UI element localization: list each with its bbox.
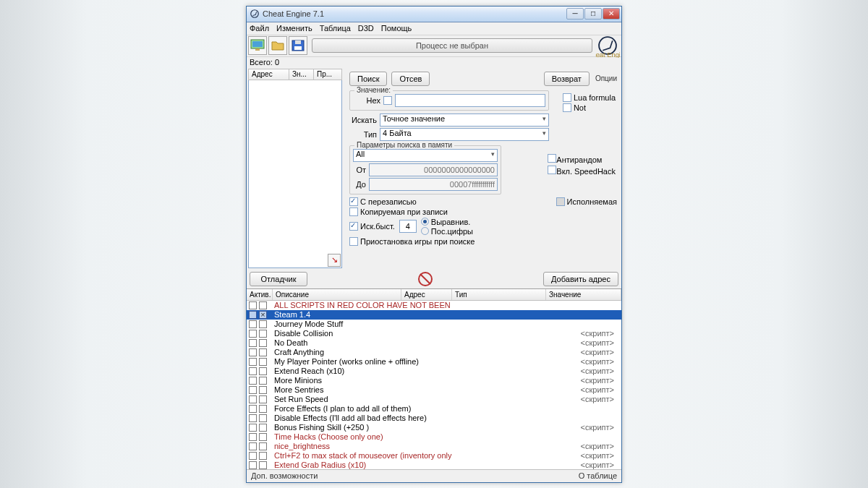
active-checkbox[interactable] — [249, 301, 257, 309]
table-row[interactable]: Steam 1.4 — [247, 310, 621, 320]
active-checkbox[interactable] — [249, 339, 257, 347]
th-desc[interactable]: Описание — [273, 289, 401, 300]
active-checkbox[interactable] — [249, 433, 257, 441]
active-checkbox[interactable] — [259, 320, 267, 328]
add-to-table-button[interactable]: ↘ — [328, 254, 341, 267]
status-left[interactable]: Доп. возможности — [251, 471, 318, 480]
antirandom-checkbox[interactable] — [548, 154, 556, 163]
active-checkbox[interactable] — [249, 442, 257, 450]
active-checkbox[interactable] — [259, 348, 267, 356]
save-button[interactable] — [289, 36, 307, 55]
executable-checkbox[interactable] — [556, 197, 565, 206]
menu-file[interactable]: Файл — [250, 24, 269, 33]
th-addr[interactable]: Адрес — [401, 289, 452, 300]
table-row[interactable]: Journey Mode Stuff — [247, 320, 621, 329]
scan-type-select[interactable]: Точное значение — [380, 114, 549, 127]
status-right[interactable]: О таблице — [579, 471, 617, 480]
open-file-button[interactable] — [268, 36, 287, 55]
undo-scan-button[interactable]: Возврат — [544, 72, 590, 86]
table-row[interactable]: No Death<скрипт> — [247, 338, 621, 348]
table-row[interactable]: Disable Collision<скрипт> — [247, 329, 621, 338]
menu-d3d[interactable]: D3D — [358, 24, 374, 33]
fastscan-value[interactable] — [399, 220, 417, 233]
menu-help[interactable]: Помощь — [381, 24, 412, 33]
active-checkbox[interactable] — [249, 395, 257, 403]
active-checkbox[interactable] — [249, 461, 257, 469]
active-checkbox[interactable] — [259, 433, 267, 441]
active-checkbox[interactable] — [249, 424, 257, 432]
col-value[interactable]: Зн... — [289, 69, 314, 80]
active-checkbox[interactable] — [249, 330, 257, 338]
active-checkbox[interactable] — [249, 377, 257, 385]
menu-edit[interactable]: Изменить — [276, 24, 312, 33]
found-list[interactable] — [248, 80, 342, 268]
col-prev[interactable]: Пр... — [314, 69, 339, 80]
value-type-select[interactable]: 4 Байта — [380, 128, 549, 141]
cow-checkbox[interactable] — [349, 207, 358, 216]
active-checkbox[interactable] — [249, 311, 257, 319]
value-input[interactable] — [395, 94, 545, 107]
active-checkbox[interactable] — [249, 358, 257, 366]
table-row[interactable]: Ctrl+F2 to max stack of mouseover (inven… — [247, 451, 621, 461]
active-checkbox[interactable] — [259, 424, 267, 432]
table-row[interactable]: My Player Pointer (works online + offlin… — [247, 357, 621, 367]
active-checkbox[interactable] — [249, 348, 257, 356]
active-checkbox[interactable] — [259, 358, 267, 366]
to-input[interactable] — [369, 178, 498, 191]
active-checkbox[interactable] — [259, 414, 267, 422]
debugger-button[interactable]: Отладчик — [250, 272, 307, 286]
active-checkbox[interactable] — [259, 311, 267, 319]
active-checkbox[interactable] — [259, 452, 267, 460]
active-checkbox[interactable] — [259, 405, 267, 413]
mem-region-select[interactable]: All — [353, 149, 498, 162]
active-checkbox[interactable] — [249, 414, 257, 422]
table-row[interactable]: Craft Anything<скрипт> — [247, 348, 621, 357]
process-bar[interactable]: Процесс не выбран — [312, 38, 592, 53]
not-checkbox[interactable] — [563, 103, 571, 112]
table-row[interactable]: nice_brightness<скрипт> — [247, 442, 621, 451]
close-button[interactable]: ✕ — [603, 8, 620, 20]
active-checkbox[interactable] — [259, 367, 267, 375]
th-active[interactable]: Актив. — [247, 289, 273, 300]
maximize-button[interactable]: □ — [584, 8, 602, 20]
col-address[interactable]: Адрес — [249, 69, 289, 80]
options-label[interactable]: Опции — [595, 74, 617, 82]
active-checkbox[interactable] — [249, 386, 257, 394]
active-checkbox[interactable] — [249, 367, 257, 375]
table-row[interactable]: Time Hacks (Choose only one) — [247, 432, 621, 442]
table-row[interactable]: Disable Effects (I'll add all bad effect… — [247, 414, 621, 423]
active-checkbox[interactable] — [259, 395, 267, 403]
speedhack-checkbox[interactable] — [548, 166, 556, 174]
table-row[interactable]: More Minions<скрипт> — [247, 376, 621, 385]
active-checkbox[interactable] — [259, 461, 267, 469]
active-checkbox[interactable] — [249, 320, 257, 328]
table-row[interactable]: Extend Grab Radius (x10)<скрипт> — [247, 461, 621, 469]
th-type[interactable]: Тип — [452, 289, 546, 300]
lastdigits-radio[interactable] — [421, 227, 429, 235]
active-checkbox[interactable] — [259, 386, 267, 394]
table-row[interactable]: More Sentries<скрипт> — [247, 385, 621, 395]
minimize-button[interactable]: ─ — [566, 8, 584, 20]
titlebar[interactable]: Cheat Engine 7.1 ─ □ ✕ — [247, 7, 621, 22]
table-row[interactable]: Set Run Speed<скрипт> — [247, 395, 621, 404]
active-checkbox[interactable] — [249, 452, 257, 460]
active-checkbox[interactable] — [259, 330, 267, 338]
next-scan-button[interactable]: Отсев — [391, 72, 430, 86]
active-checkbox[interactable] — [259, 442, 267, 450]
active-checkbox[interactable] — [259, 377, 267, 385]
add-address-button[interactable]: Добавить адрес — [543, 272, 618, 286]
align-radio[interactable] — [421, 218, 429, 226]
th-value[interactable]: Значение — [546, 289, 621, 300]
table-row[interactable]: Extend Reach (x10)<скрипт> — [247, 367, 621, 376]
table-row[interactable]: Bonus Fishing Skill (+250 )<скрипт> — [247, 423, 621, 432]
from-input[interactable] — [369, 163, 498, 176]
first-scan-button[interactable]: Поиск — [349, 72, 387, 86]
writable-checkbox[interactable] — [349, 197, 358, 206]
active-checkbox[interactable] — [259, 339, 267, 347]
lua-checkbox[interactable] — [563, 93, 571, 102]
menu-table[interactable]: Таблица — [320, 24, 351, 33]
active-checkbox[interactable] — [249, 405, 257, 413]
hex-checkbox[interactable] — [383, 96, 392, 105]
pause-checkbox[interactable] — [349, 237, 358, 246]
table-row[interactable]: ALL SCRIPTS IN RED COLOR HAVE NOT BEEN U… — [247, 301, 621, 310]
